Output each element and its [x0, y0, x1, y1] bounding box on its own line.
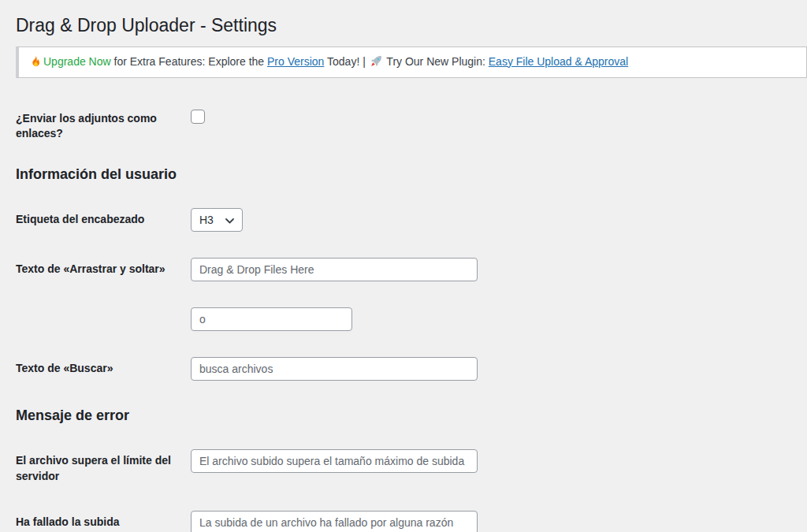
row-heading-tag: Etiqueta del encabezado H3: [16, 208, 807, 232]
easy-file-upload-link[interactable]: Easy File Upload & Approval: [489, 55, 628, 68]
send-as-links-checkbox[interactable]: [191, 110, 205, 124]
settings-page: Drag & Drop Uploader - Settings Upgrade …: [16, 0, 807, 532]
heading-tag-label: Etiqueta del encabezado: [16, 208, 191, 228]
upgrade-now-label: Upgrade Now: [43, 55, 111, 68]
row-failed-upload: Ha fallado la subida: [16, 511, 807, 532]
drag-drop-text-label: Texto de «Arrastrar y soltar»: [16, 258, 191, 277]
row-browse-text: Texto de «Buscar»: [16, 357, 807, 381]
or-text-input[interactable]: [191, 307, 352, 331]
upgrade-notice: Upgrade Now for Extra Features: Explore …: [16, 47, 807, 78]
send-as-links-label: ¿Enviar los adjuntos como enlaces?: [16, 107, 191, 142]
row-drag-drop-text: Texto de «Arrastrar y soltar»: [16, 258, 807, 281]
chevron-down-icon: [225, 214, 234, 226]
heading-tag-select[interactable]: H3: [191, 208, 243, 232]
error-message-heading: Mensaje de error: [16, 407, 807, 425]
browse-text-input[interactable]: [191, 357, 478, 381]
notice-text-2: Today! |: [324, 55, 368, 68]
page-title: Drag & Drop Uploader - Settings: [16, 0, 807, 37]
browse-text-label: Texto de «Buscar»: [16, 357, 191, 377]
settings-form: ¿Enviar los adjuntos como enlaces? Infor…: [16, 107, 807, 532]
notice-text-1: for Extra Features: Explore the: [111, 55, 267, 68]
notice-text-3: Try Our New Plugin:: [384, 55, 489, 68]
pro-version-link[interactable]: Pro Version: [267, 55, 324, 68]
failed-upload-label: Ha fallado la subida: [16, 511, 191, 530]
failed-upload-input[interactable]: [191, 511, 478, 532]
heading-tag-selected-value: H3: [199, 214, 214, 226]
row-send-as-links: ¿Enviar los adjuntos como enlaces?: [16, 107, 807, 142]
user-info-heading: Información del usuario: [16, 166, 807, 184]
row-or-text: [16, 307, 807, 331]
size-error-input[interactable]: [191, 449, 478, 473]
or-text-label-spacer: [16, 307, 191, 311]
row-size-error: El archivo supera el límite del servidor: [16, 449, 807, 484]
size-error-label: El archivo supera el límite del servidor: [16, 449, 191, 484]
fire-icon: [30, 55, 42, 70]
drag-drop-text-input[interactable]: [191, 258, 478, 281]
rocket-icon: [370, 55, 382, 70]
